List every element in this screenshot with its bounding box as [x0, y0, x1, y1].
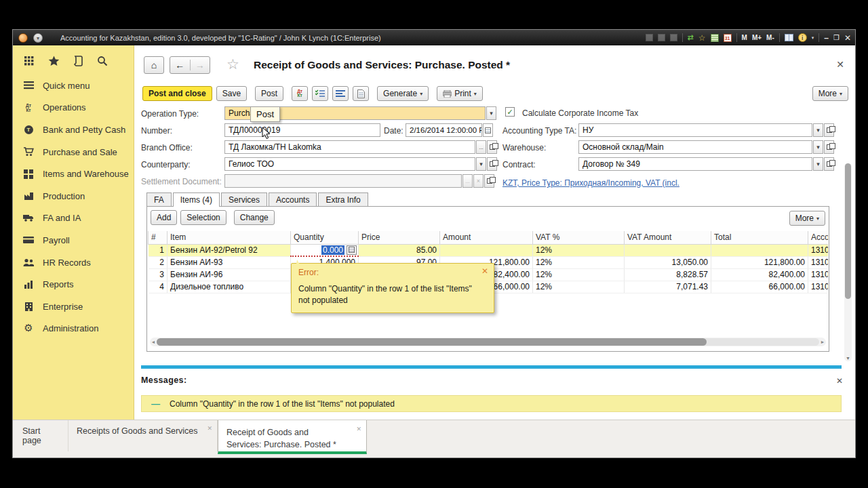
sidebar-item-payroll[interactable]: Payroll [13, 229, 134, 251]
branch-office-field[interactable]: ТД Лакомка/TH Lakomka [224, 140, 475, 154]
cell-total[interactable]: 82,400.00 [711, 268, 808, 281]
scroll-down-arrow[interactable]: ▼ [844, 356, 852, 361]
table-row[interactable]: 1 Бензин АИ-92/Petrol 92 0.000 85.00 12%… [149, 244, 829, 256]
cell-vat-amount[interactable]: 13,050.00 [625, 256, 711, 268]
cell-item[interactable]: Бензин АИ-93 [167, 256, 291, 268]
tab-services[interactable]: Services [221, 192, 267, 206]
list-settings-button[interactable] [332, 86, 349, 101]
info-icon[interactable]: i [798, 33, 807, 42]
info-dropdown-icon[interactable]: ▾ [812, 35, 814, 40]
close-tab-icon[interactable]: ✕ [356, 425, 361, 434]
favorite-star-icon[interactable]: ☆ [226, 56, 239, 73]
memory-subtract-button[interactable]: M- [766, 34, 774, 41]
horizontal-scrollbar[interactable]: ◄ ► [150, 338, 826, 346]
col-total[interactable]: Total [711, 231, 808, 244]
col-vat-amount[interactable]: VAT Amount [625, 231, 711, 244]
sidebar-item-production[interactable]: Production [13, 185, 134, 207]
forward-button[interactable]: → [191, 60, 210, 70]
add-button[interactable]: Add [151, 210, 177, 225]
sidebar-item-quick-menu[interactable]: Quick menu [13, 75, 134, 97]
tab-receipts-list[interactable]: Receipts of Goods and Services ✕ [68, 420, 218, 451]
favorites-star-icon[interactable] [48, 56, 59, 66]
document-file-button[interactable] [353, 86, 369, 101]
message-item[interactable]: — Column "Quantity" in the row 1 of the … [141, 395, 842, 412]
cell-vat[interactable]: 12% [533, 268, 625, 281]
cell-item[interactable]: Дизельное топливо [167, 281, 291, 293]
history-icon[interactable] [73, 56, 83, 66]
messages-divider[interactable] [141, 365, 842, 369]
calculator-icon[interactable] [711, 34, 719, 42]
quantity-selected-value[interactable]: 0.000 [321, 245, 344, 255]
back-button[interactable]: ← [170, 60, 191, 70]
warehouse-dropdown-button[interactable]: ▾ [813, 140, 823, 154]
close-tab-icon[interactable]: ✕ [207, 425, 212, 432]
cell-account[interactable]: 1310 [808, 244, 829, 256]
calculator-button[interactable] [347, 245, 357, 255]
tab-receipt-current[interactable]: Receipt of Goods and Services: Purchase.… [218, 420, 367, 454]
cell-amount[interactable] [440, 244, 533, 256]
date-field[interactable]: 2/16/2014 12:00:00 PM [406, 123, 482, 137]
dt-kt-postings-button[interactable]: ДтКт [292, 86, 308, 101]
change-button[interactable]: Change [234, 210, 275, 225]
refresh-icon[interactable]: ⇄ [688, 34, 694, 41]
cell-account[interactable]: 1310 [808, 256, 829, 268]
post-button[interactable]: Post [255, 86, 283, 101]
number-field[interactable]: ТДЛ00000019 [224, 123, 380, 137]
branch-office-open-button[interactable] [487, 140, 497, 154]
counterparty-field[interactable]: Гелиос ТОО [224, 157, 475, 171]
tab-accounts[interactable]: Accounts [269, 192, 317, 206]
close-window-button[interactable]: ✕ [844, 33, 851, 43]
accounting-type-field[interactable]: НУ [578, 123, 812, 137]
maximize-button[interactable]: ❒ [833, 34, 840, 41]
cell-total[interactable] [711, 244, 808, 256]
col-num[interactable]: # [149, 231, 167, 244]
print-button[interactable]: Print▾ [437, 86, 483, 101]
vertical-scrollbar[interactable]: ▼ [844, 163, 852, 361]
operation-type-dropdown-button[interactable]: ▾ [486, 106, 496, 120]
sidebar-item-purchase-and-sale[interactable]: Purchase and Sale [13, 141, 134, 163]
scroll-right-arrow[interactable]: ► [819, 340, 826, 344]
home-button[interactable]: ⌂ [144, 56, 164, 74]
contract-dropdown-button[interactable]: ▾ [813, 157, 823, 171]
sidebar-item-enterprise[interactable]: Enterprise [13, 296, 134, 318]
cell-account[interactable]: 1310 [808, 268, 829, 281]
minimize-button[interactable]: – [824, 33, 829, 43]
sidebar-item-administration[interactable]: ⚙ Administration [13, 318, 134, 340]
cell-price[interactable]: 85.00 [359, 244, 440, 256]
cell-item[interactable]: Бензин АИ-92/Petrol 92 [167, 244, 291, 256]
items-more-button[interactable]: More▾ [789, 211, 825, 226]
add-favorite-window-icon[interactable]: ☆ [698, 34, 706, 42]
settlement-open-button[interactable] [484, 174, 494, 188]
cell-vat[interactable]: 12% [533, 244, 625, 256]
error-close-button[interactable]: ✕ [481, 266, 488, 276]
calendar-icon[interactable]: 31 [724, 34, 732, 42]
contract-field[interactable]: Договор № 349 [578, 157, 812, 171]
cell-item[interactable]: Бензин АИ-96 [167, 268, 291, 281]
accounting-type-open-button[interactable] [824, 123, 834, 137]
tab-extra-info[interactable]: Extra Info [318, 192, 368, 206]
scrollbar-thumb[interactable] [157, 338, 707, 346]
scrollbar-thumb[interactable] [845, 163, 851, 299]
sidebar-item-reports[interactable]: Reports [13, 273, 134, 296]
1c-logo-icon[interactable] [18, 33, 28, 43]
checklist-button[interactable] [312, 86, 328, 101]
generate-button[interactable]: Generate▾ [377, 86, 429, 101]
tab-fa[interactable]: FA [146, 192, 172, 206]
calc-cit-checkbox[interactable]: ✓ [505, 107, 515, 117]
branch-office-select-button[interactable]: ... [476, 140, 486, 154]
sidebar-item-operations[interactable]: ДтКт Operations [13, 97, 134, 119]
close-document-button[interactable]: ✕ [836, 59, 844, 70]
cell-vat[interactable]: 12% [533, 281, 625, 293]
cell-vat-amount[interactable]: 7,071.43 [625, 281, 711, 293]
warehouse-field[interactable]: Основной склад/Main [578, 140, 812, 154]
scroll-left-arrow[interactable]: ◄ [150, 340, 157, 344]
selection-button[interactable]: Selection [180, 210, 226, 225]
sidebar-item-fa-and-ia[interactable]: FA and IA [13, 207, 134, 230]
tab-start-page[interactable]: Start page [14, 420, 68, 451]
price-type-link[interactable]: KZT, Price Type: Приходная/Incoming, VAT… [502, 178, 679, 188]
warehouse-open-button[interactable] [824, 140, 834, 154]
cell-vat[interactable]: 12% [533, 256, 625, 268]
memory-recall-button[interactable]: M [742, 34, 747, 41]
col-price[interactable]: Price [359, 231, 440, 244]
messages-close-button[interactable]: ✕ [836, 376, 843, 386]
